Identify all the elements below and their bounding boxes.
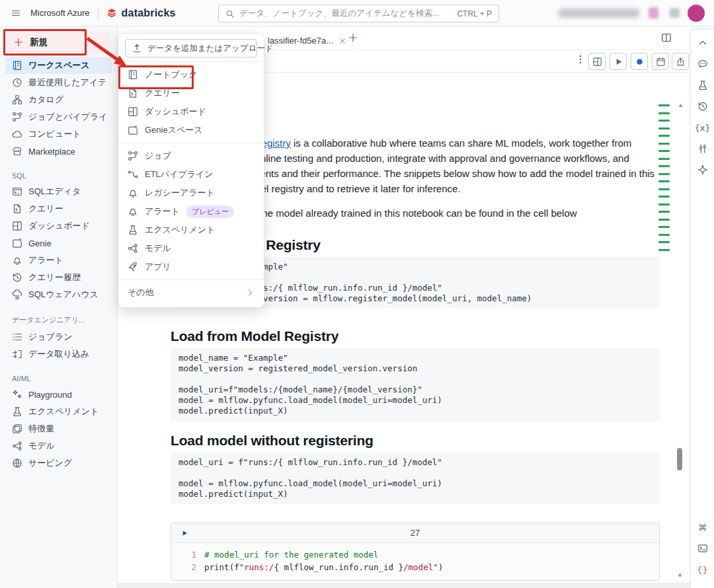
run-cell-button[interactable] xyxy=(180,529,188,537)
sidebar-item-job-runs[interactable]: ジョブラン xyxy=(5,328,112,346)
plus-icon xyxy=(13,37,24,48)
global-search-input[interactable]: データ、ノートブック、最近のアイテムなどを検索... CTRL + P xyxy=(218,5,499,22)
sidebar-item-workspace[interactable]: ワークスペース xyxy=(5,57,112,74)
history-icon xyxy=(12,272,22,283)
menu-item-notebook[interactable]: ノートブック xyxy=(118,65,264,84)
menu-item-dashboards[interactable]: ダッシュボード xyxy=(118,102,264,121)
sparkle-icon[interactable] xyxy=(697,165,708,175)
sidebar-item-marketplace[interactable]: Marketplace xyxy=(5,143,112,160)
menu-item-label: ノートブック xyxy=(145,69,198,81)
cell-success-dash xyxy=(658,219,670,221)
sidebar-item-experiments[interactable]: エクスペリメント xyxy=(5,403,112,420)
run-all-button[interactable] xyxy=(610,53,627,70)
sidebar-item-label: 特徴量 xyxy=(28,423,54,435)
menu-item-models[interactable]: モデル xyxy=(118,239,264,258)
topbar-help-icon[interactable] xyxy=(670,8,680,18)
braces-icon[interactable]: {} xyxy=(697,564,708,575)
databricks-wordmark: databricks xyxy=(122,7,176,19)
sidebar-item-label: SQLエディタ xyxy=(28,186,81,198)
apps-icon xyxy=(128,262,138,272)
upload-data-button[interactable]: データを追加またはアップロード xyxy=(125,39,257,57)
sidebar-item-catalog[interactable]: カタログ xyxy=(5,91,112,108)
layout-button[interactable] xyxy=(588,53,606,70)
split-view-icon[interactable] xyxy=(661,32,672,43)
sidebar-item-ingestion[interactable]: データ取り込み xyxy=(5,346,112,363)
sidebar-item-models[interactable]: モデル xyxy=(5,437,112,455)
sidebar-item-history[interactable]: クエリー履歴 xyxy=(5,269,112,286)
playground-icon xyxy=(12,389,22,400)
schedule-button[interactable] xyxy=(652,53,669,70)
menu-item-queries[interactable]: クエリー xyxy=(118,84,264,102)
history-icon[interactable] xyxy=(697,101,708,112)
features-icon xyxy=(12,423,22,434)
sql-editor-icon xyxy=(12,186,22,197)
new-tab-button[interactable] xyxy=(348,32,358,43)
azure-label: Microsoft Azure xyxy=(30,8,90,18)
code-cell-editor[interactable]: 1# model_uri for the generated model2pri… xyxy=(171,543,659,580)
cell-success-dash xyxy=(658,128,670,129)
notebook-tab[interactable]: lassifier-fd5e7a... xyxy=(261,31,354,50)
sidebar-item-recents[interactable]: 最近使用したアイテ... xyxy=(5,74,112,91)
menu-item-label: ETLパイプライン xyxy=(145,168,214,180)
notebook-icon xyxy=(128,69,138,80)
ingestion-icon xyxy=(12,349,22,359)
menu-item-apps[interactable]: アプリ xyxy=(118,258,264,276)
chevron-up-icon[interactable] xyxy=(697,38,708,48)
terminal-icon[interactable] xyxy=(697,543,708,554)
sidebar-item-sql-editor[interactable]: SQLエディタ xyxy=(5,183,112,200)
sidebar-item-playground[interactable]: Playground xyxy=(5,386,112,403)
overflow-menu-icon[interactable] xyxy=(575,54,586,65)
share-icon xyxy=(675,56,686,67)
cell-number: 27 xyxy=(188,528,642,538)
sidebar-item-serving[interactable]: サービング xyxy=(5,455,112,472)
sidebar-item-compute[interactable]: コンピュート xyxy=(5,126,112,143)
menu-item-workflows[interactable]: ジョブ xyxy=(118,147,264,165)
genie-icon xyxy=(12,238,22,248)
scroll-up-arrow[interactable]: ▲ xyxy=(678,102,684,108)
cell-success-dash xyxy=(658,234,670,236)
sidebar-item-warehouse[interactable]: SQLウェアハウス xyxy=(5,286,112,303)
sliders-icon[interactable] xyxy=(697,143,708,154)
share-button[interactable] xyxy=(672,53,689,70)
sidebar-item-genie[interactable]: Genie xyxy=(5,235,112,252)
experiments-icon[interactable] xyxy=(697,80,708,91)
databricks-logo[interactable]: databricks xyxy=(106,7,176,19)
cell-success-dash xyxy=(658,226,670,228)
sidebar-item-dashboards[interactable]: ダッシュボード xyxy=(5,217,112,235)
experiments-icon xyxy=(12,406,22,417)
menu-item-more[interactable]: その他 xyxy=(118,283,264,302)
record-button[interactable] xyxy=(631,53,648,70)
serving-icon xyxy=(12,458,22,468)
workspace-name-redacted[interactable] xyxy=(559,9,639,18)
hamburger-menu-icon[interactable] xyxy=(11,8,21,18)
scrollbar-thumb[interactable] xyxy=(677,448,682,470)
sidebar-item-label: Genie xyxy=(28,239,52,248)
close-tab-icon[interactable] xyxy=(338,37,346,45)
sidebar-item-alerts[interactable]: アラート xyxy=(5,252,112,269)
variables-icon[interactable]: {x} xyxy=(697,122,708,133)
cell-success-dash xyxy=(658,150,670,152)
comment-icon[interactable] xyxy=(697,59,708,69)
command-icon[interactable]: ⌘ xyxy=(697,522,708,533)
sidebar-item-workflows[interactable]: ジョブとパイプライ... xyxy=(5,108,112,126)
menu-item-experiments[interactable]: エクスペリメント xyxy=(118,221,264,239)
menu-item-label: エクスペリメント xyxy=(145,224,215,236)
marketplace-icon xyxy=(12,146,22,157)
sidebar-item-label: モデル xyxy=(28,440,55,452)
code-snippet-load-without: model_uri = f"runs:/{ mlflow_run.info.ru… xyxy=(171,453,660,504)
menu-item-alerts[interactable]: レガシーアラート xyxy=(118,184,264,202)
sidebar-item-features[interactable]: 特徴量 xyxy=(5,420,112,437)
etl-icon xyxy=(128,169,138,180)
notebook-tab-label: lassifier-fd5e7a... xyxy=(268,36,333,46)
menu-item-etl[interactable]: ETLパイプライン xyxy=(118,165,264,184)
catalog-icon xyxy=(12,94,22,105)
topbar-status-icon[interactable] xyxy=(649,7,658,18)
user-avatar[interactable] xyxy=(688,5,705,22)
menu-item-alerts-preview[interactable]: アラートプレビュー xyxy=(118,202,264,221)
menu-item-genie[interactable]: Genieスペース xyxy=(118,121,264,139)
scroll-down-arrow[interactable]: ▼ xyxy=(677,572,683,579)
cell-success-dash xyxy=(658,188,670,190)
queries-icon xyxy=(128,88,138,98)
new-button[interactable]: 新規 xyxy=(7,32,110,53)
sidebar-item-queries[interactable]: クエリー xyxy=(5,200,112,217)
